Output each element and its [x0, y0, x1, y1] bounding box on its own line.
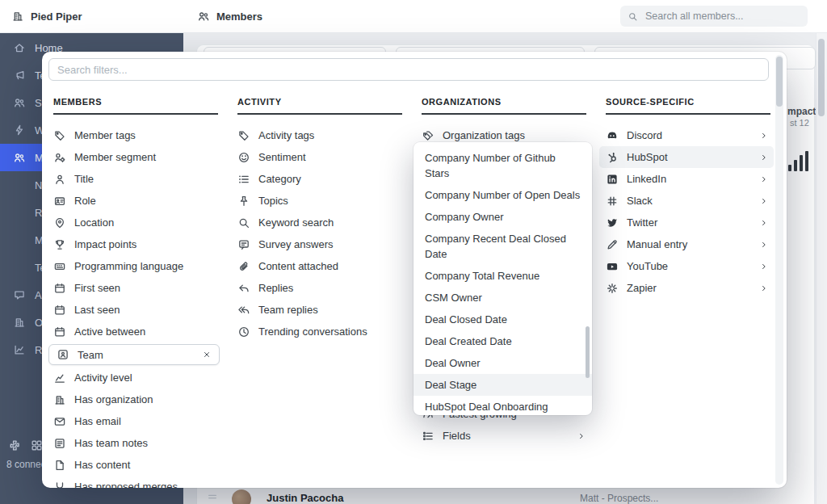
filter-item-label: Activity level [74, 372, 132, 384]
smiley-icon [237, 151, 250, 164]
submenu-item-csm-owner[interactable]: CSM Owner [414, 287, 592, 309]
building-icon [11, 10, 24, 23]
filter-item-first-seen[interactable]: First seen [53, 277, 218, 299]
submenu-item-company-number-of-github-stars[interactable]: Company Number of Github Stars [414, 147, 592, 184]
filter-item-label: Last seen [74, 304, 120, 316]
chevron-right-icon [759, 174, 769, 184]
filter-item-has-content[interactable]: Has content [53, 454, 218, 476]
modal-scrollbar-thumb[interactable] [776, 57, 783, 107]
filter-item-member-tags[interactable]: Member tags [53, 124, 218, 146]
submenu-item-deal-created-date[interactable]: Deal Created Date [414, 330, 592, 352]
filter-item-label: Location [74, 216, 114, 229]
filter-item-hubspot[interactable]: HubSpot [599, 146, 774, 168]
page-scrollbar-thumb[interactable] [818, 39, 825, 116]
activity-bars-fragment [788, 150, 808, 171]
global-search-input[interactable] [644, 10, 800, 23]
filter-item-last-seen[interactable]: Last seen [53, 299, 218, 321]
filter-item-label: Member tags [74, 129, 136, 141]
keyboard-icon [53, 260, 66, 273]
tag-icon [237, 129, 250, 142]
submenu-item-deal-stage[interactable]: Deal Stage [414, 374, 592, 396]
trophy-icon [53, 238, 66, 251]
filter-item-label: Impact points [74, 238, 136, 250]
filter-item-label: Team [78, 349, 103, 361]
chevron-right-icon [759, 153, 769, 162]
role-icon [53, 195, 66, 208]
column-header-fragment-line1: mpact [787, 106, 816, 117]
submenu-item-deal-closed-date[interactable]: Deal Closed Date [414, 309, 592, 330]
hubspot-submenu: Company Number of Github StarsCompany Nu… [414, 142, 592, 415]
remove-filter-button[interactable] [202, 350, 212, 359]
filter-item-location[interactable]: Location [53, 212, 218, 233]
filter-item-activity-tags[interactable]: Activity tags [237, 124, 402, 146]
users-icon [197, 10, 210, 23]
filter-item-team-replies[interactable]: Team replies [237, 299, 402, 321]
twitter-icon [606, 216, 619, 229]
chevron-right-icon [759, 218, 769, 228]
filter-item-label: Has organization [74, 393, 153, 405]
filter-item-label: Title [74, 173, 94, 185]
filter-item-zapier[interactable]: Zapier [599, 277, 774, 299]
modal-scrollbar[interactable] [775, 55, 783, 485]
topics-icon [237, 195, 250, 208]
filter-item-trending-conversations[interactable]: Trending conversations [237, 321, 402, 342]
filter-item-team[interactable]: Team [48, 344, 220, 365]
submenu-item-company-total-revenue[interactable]: Company Total Revenue [414, 265, 592, 287]
paperclip-icon [237, 260, 250, 273]
column-header-fragment-line2: st 12 [790, 117, 816, 128]
team-icon [57, 348, 69, 361]
member-row[interactable]: Justin Pacocha Matt - Prospects... [197, 488, 814, 504]
filter-item-has-proposed-merges[interactable]: Has proposed merges [53, 476, 218, 488]
filter-item-label: Content attached [258, 260, 338, 272]
youtube-icon [606, 260, 619, 273]
reply-icon [237, 282, 250, 295]
filter-item-topics[interactable]: Topics [237, 190, 402, 212]
filter-item-youtube[interactable]: YouTube [599, 255, 774, 277]
filter-item-programming-language[interactable]: Programming language [53, 255, 218, 277]
filter-item-title[interactable]: Title [53, 168, 218, 190]
zapier-icon [606, 282, 619, 295]
filter-item-label: Has proposed merges [74, 481, 178, 488]
filter-item-content-attached[interactable]: Content attached [237, 255, 402, 277]
filter-item-linkedin[interactable]: LinkedIn [599, 168, 774, 190]
filter-item-label: Slack [627, 195, 653, 207]
submenu-item-company-number-of-open-deals[interactable]: Company Number of Open Deals [414, 184, 592, 206]
filter-item-impact-points[interactable]: Impact points [53, 233, 218, 255]
filter-item-survey-answers[interactable]: Survey answers [237, 233, 402, 255]
file-icon [53, 459, 66, 472]
submenu-item-company-recent-deal-closed-date[interactable]: Company Recent Deal Closed Date [414, 228, 592, 265]
drag-handle-icon [207, 491, 218, 502]
submenu-item-company-owner[interactable]: Company Owner [414, 206, 592, 228]
filter-item-keyword-search[interactable]: Keyword search [237, 212, 402, 233]
filter-search-input[interactable] [48, 58, 769, 81]
column-header-activity: ACTIVITY [237, 89, 402, 115]
filter-item-fields[interactable]: Fields [422, 425, 586, 447]
submenu-item-deal-owner[interactable]: Deal Owner [414, 352, 592, 374]
close-icon [202, 350, 212, 359]
global-search[interactable] [620, 6, 808, 27]
filter-item-label: Manual entry [627, 238, 687, 250]
filter-item-has-team-notes[interactable]: Has team notes [53, 432, 218, 454]
submenu-scrollbar-thumb[interactable] [586, 326, 590, 378]
filter-item-has-organization[interactable]: Has organization [53, 388, 218, 410]
filter-item-activity-level[interactable]: Activity level [53, 367, 218, 388]
filter-item-twitter[interactable]: Twitter [599, 212, 774, 233]
chevron-right-icon [759, 262, 769, 271]
filter-item-category[interactable]: Category [237, 168, 402, 190]
chevron-right-icon [759, 131, 769, 141]
filter-item-member-segment[interactable]: Member segment [53, 146, 218, 168]
submenu-item-hubspot-deal-onboarding-completed[interactable]: HubSpot Deal Onboarding Completed [414, 396, 592, 415]
calendar-icon [53, 304, 66, 317]
filter-item-label: Zapier [627, 282, 657, 294]
filter-item-discord[interactable]: Discord [599, 124, 774, 146]
filter-item-replies[interactable]: Replies [237, 277, 402, 299]
page-scrollbar[interactable] [816, 32, 827, 504]
filter-item-sentiment[interactable]: Sentiment [237, 146, 402, 168]
filter-item-manual-entry[interactable]: Manual entry [599, 233, 774, 255]
filter-item-active-between[interactable]: Active between [53, 321, 218, 342]
note-icon [53, 437, 66, 450]
filter-item-has-email[interactable]: Has email [53, 410, 218, 432]
members-icon [13, 151, 26, 164]
filter-item-role[interactable]: Role [53, 190, 218, 212]
filter-item-slack[interactable]: Slack [599, 190, 774, 212]
